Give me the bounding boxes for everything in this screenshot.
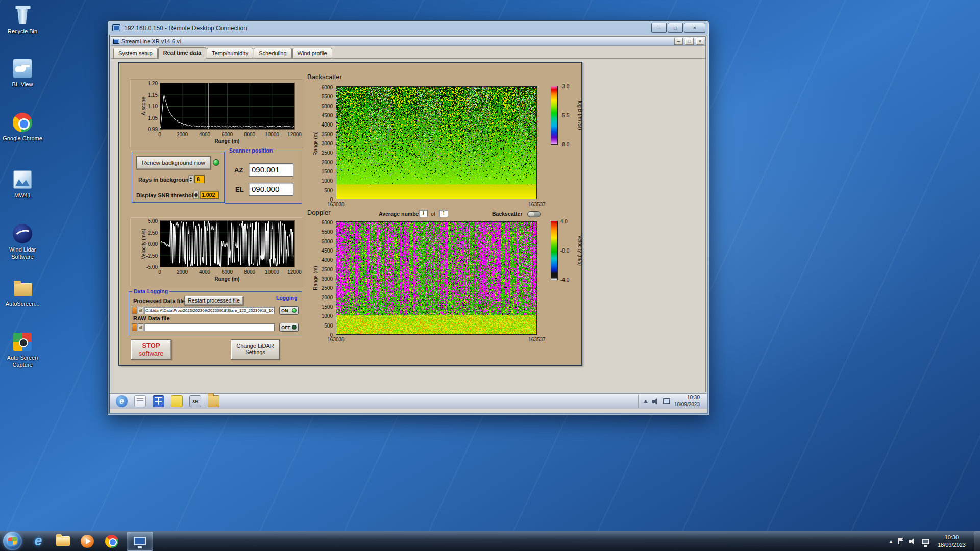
on-led-icon [292, 308, 297, 313]
off-led-icon [292, 325, 297, 330]
remote-streamline-xr-icon[interactable]: XR [189, 395, 201, 407]
google-chrome-icon [11, 111, 34, 134]
tick-label: 0 [330, 197, 333, 203]
backscatter-toggle-switch[interactable] [527, 211, 541, 217]
close-button[interactable]: × [696, 38, 704, 45]
bl-view-icon [11, 57, 34, 80]
processed-logging-toggle[interactable]: ON [279, 306, 299, 315]
restart-processed-file-button[interactable]: Restart processed file [184, 296, 243, 305]
rays-value-field[interactable]: 8 [194, 175, 205, 183]
desktop-icon-wind-lidar[interactable]: Wind Lidar Software [2, 222, 43, 261]
tick-label: 4000 [199, 132, 210, 137]
action-center-flag-icon[interactable] [898, 538, 904, 544]
remote-notes-icon[interactable] [171, 395, 183, 407]
network-icon[interactable] [922, 539, 929, 544]
tick-label: 2000 [322, 159, 333, 165]
doppler-colorbar-label: Velocity (m/s) [577, 235, 583, 266]
close-button[interactable]: × [684, 23, 705, 33]
renew-background-button[interactable]: Renew background now [136, 156, 211, 169]
tick-label: 5500 [322, 229, 333, 235]
average-number-field[interactable]: 1 [419, 210, 428, 217]
desktop-icon-label: BL-View [2, 81, 43, 88]
tab-temp-humidity[interactable]: Temp/humidity [207, 48, 253, 58]
tick-label: 2500 [322, 150, 333, 156]
remote-volume-icon[interactable] [652, 398, 659, 405]
desktop-icon-label: MW41 [2, 192, 43, 199]
tab-real-time-data[interactable]: Real time data [158, 47, 207, 59]
tick-label: 500 [324, 322, 333, 328]
tick-label: 5000 [322, 103, 333, 109]
taskbar-explorer-button[interactable] [53, 532, 72, 551]
desktop-icon-bl-view[interactable]: BL-View [2, 57, 43, 88]
maximize-button[interactable]: □ [668, 23, 683, 33]
tab-scheduling[interactable]: Scheduling [254, 48, 291, 58]
minimize-button[interactable]: ─ [651, 23, 667, 33]
tick-label: 0 [158, 132, 161, 137]
minimize-button[interactable]: ─ [674, 38, 683, 45]
desktop-icon-recycle-bin[interactable]: Recycle Bin [2, 4, 43, 35]
recycle-bin-icon [11, 4, 34, 27]
remote-folder-icon[interactable] [208, 395, 219, 407]
desktop-icon-autoscreen[interactable]: AutoScreen... [2, 277, 43, 308]
tick-label: 6000 [222, 132, 233, 137]
remote-clock: 10:30 18/09/2023 [674, 395, 700, 408]
taskbar-ie-button[interactable]: e [29, 532, 48, 551]
restore-button[interactable]: □ [685, 38, 694, 45]
raw-logging-toggle[interactable]: OFF [279, 323, 299, 332]
rdp-titlebar[interactable]: 192.168.0.150 - Remote Desktop Connectio… [109, 21, 707, 35]
average-total-field[interactable]: 1 [439, 210, 448, 217]
remote-system-tray: 10:30 18/09/2023 [638, 395, 704, 408]
raw-path-drive-icon[interactable] [132, 323, 137, 331]
taskbar-clock[interactable]: 10:30 18/09/2023 [935, 534, 969, 548]
snr-spinner[interactable] [193, 191, 199, 199]
streamline-titlebar[interactable]: StreamLine XR v14-6.vi ─ □ × [111, 37, 705, 46]
remote-app-grid-icon[interactable] [153, 395, 164, 407]
change-button-line2: Settings [231, 349, 279, 355]
hidden-icons-arrow-icon[interactable] [644, 398, 648, 403]
tick-label: 3000 [322, 141, 333, 146]
processed-path-drive-icon[interactable] [132, 307, 137, 314]
desktop-icon-auto-screen-capture[interactable]: Auto Screen Capture [2, 331, 43, 369]
desktop-icon-google-chrome[interactable]: Google Chrome [2, 111, 43, 142]
tick-label: 4500 [322, 248, 333, 254]
on-label: ON [281, 308, 288, 313]
a-scope-plot [160, 83, 295, 130]
off-label: OFF [281, 325, 290, 330]
tab-system-setup[interactable]: System setup [113, 48, 158, 58]
el-label: EL [235, 186, 244, 193]
processed-path-browse-icon[interactable] [138, 307, 143, 314]
remote-taskbar: XR 10:30 18/09/2023 [110, 393, 707, 409]
raw-path-browse-icon[interactable] [138, 323, 143, 331]
az-value-field[interactable]: 090.001 [249, 163, 293, 177]
volume-icon[interactable] [909, 538, 917, 545]
taskbar-media-player-button[interactable] [78, 532, 97, 551]
stop-software-button[interactable]: STOP software [131, 339, 172, 360]
remote-document-icon[interactable] [134, 395, 146, 407]
processed-path-field[interactable]: C:\LidarA\Data\Proc\2023\202309\20230918… [144, 307, 275, 314]
desktop-icon-list: Recycle BinBL-ViewGoogle ChromeMW41Wind … [2, 0, 43, 551]
hidden-icons-arrow-icon[interactable]: ▲ [889, 539, 893, 544]
rays-spinner[interactable] [188, 175, 193, 183]
remote-display-icon[interactable] [663, 398, 670, 404]
desktop-icon-label: Wind Lidar Software [2, 246, 43, 261]
realtime-panel: A-scope 1.201.151.101.050.99 02000400060… [118, 62, 582, 366]
taskbar-chrome-button[interactable] [102, 532, 121, 551]
tick-label: 1.20 [148, 81, 158, 86]
change-lidar-settings-button[interactable]: Change LiDAR Settings [231, 339, 280, 360]
remote-ie-icon[interactable] [116, 395, 128, 407]
raw-data-file-label: RAW Data file [133, 315, 170, 321]
doppler-plot [336, 221, 537, 335]
start-button[interactable] [3, 532, 22, 550]
el-value-field[interactable]: 090.000 [249, 183, 293, 196]
desktop-icon-mw41[interactable]: MW41 [2, 168, 43, 199]
tick-label: -5.00 [146, 264, 158, 270]
scanner-position-box: Scanner position AZ 090.001 EL 090.000 [225, 151, 302, 204]
tab-wind-profile[interactable]: Wind profile [292, 48, 332, 58]
raw-path-field[interactable] [144, 323, 275, 331]
tick-label: 163537 [528, 337, 545, 342]
taskbar-rdp-button-active[interactable] [127, 532, 153, 551]
snr-value-field[interactable]: 1.002 [200, 191, 219, 199]
tick-label: 12000 [287, 269, 302, 275]
show-desktop-button[interactable] [974, 531, 980, 551]
rdp-window-title: 192.168.0.150 - Remote Desktop Connectio… [124, 24, 648, 32]
